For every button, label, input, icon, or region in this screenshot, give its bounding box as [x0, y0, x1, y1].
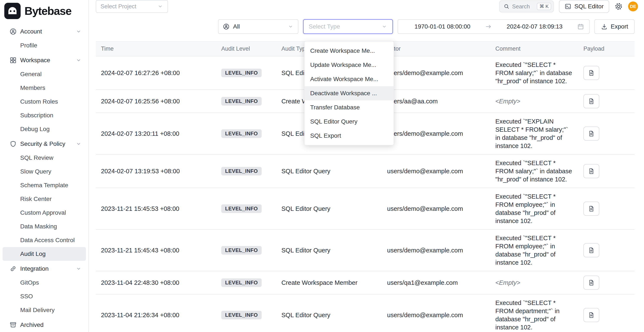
- sidebar-item-profile[interactable]: Profile: [2, 39, 86, 52]
- chevron-down-icon: [76, 266, 82, 272]
- export-label: Export: [611, 23, 628, 30]
- sidebar-item-custom-approval[interactable]: Custom Approval: [2, 206, 86, 220]
- topbar: Select Project Search ⌘ K SQL Editor DE: [89, 0, 644, 13]
- cell-actor: users/demo@example.com: [382, 113, 490, 155]
- workspace-icon: [10, 57, 17, 64]
- brand-logo[interactable]: Bytebase: [0, 0, 88, 22]
- table-row: 2023-11-04 21:26:34 +08:00 LEVEL_INFO SQ…: [96, 294, 634, 332]
- payload-button[interactable]: [584, 202, 599, 216]
- sidebar-section-account[interactable]: Account: [2, 24, 86, 39]
- sidebar-item-data-access-control[interactable]: Data Access Control: [2, 233, 86, 247]
- avatar[interactable]: DE: [628, 1, 638, 11]
- level-badge: LEVEL_INFO: [221, 311, 262, 319]
- sidebar-item-mail-delivery[interactable]: Mail Delivery: [2, 303, 86, 317]
- date-range-picker[interactable]: 1970-01-01 08:00:00 2024-02-07 18:09:13: [398, 19, 590, 34]
- actor-filter-select[interactable]: All: [218, 19, 298, 34]
- column-header-payload: Payload: [578, 41, 634, 56]
- cell-actor: users/demo@example.com: [382, 56, 490, 90]
- actor-filter-value: All: [233, 23, 240, 30]
- cell-audit-level: LEVEL_INFO: [216, 271, 276, 294]
- payload-button[interactable]: [584, 308, 599, 322]
- payload-button[interactable]: [584, 127, 599, 141]
- payload-button[interactable]: [584, 243, 599, 257]
- sql-editor-button[interactable]: SQL Editor: [559, 0, 609, 13]
- dropdown-option-deactivate-workspace[interactable]: Deactivate Workspace ...: [304, 86, 394, 100]
- sidebar-item-gitops[interactable]: GitOps: [2, 276, 86, 290]
- dropdown-option-update-workspace-me[interactable]: Update Workspace Me...: [304, 58, 394, 72]
- cell-actor: users/demo@example.com: [382, 294, 490, 332]
- payload-button[interactable]: [584, 276, 599, 290]
- cell-time: 2024-02-07 13:19:53 +08:00: [96, 155, 216, 188]
- cell-time: 2023-11-04 22:48:30 +08:00: [96, 271, 216, 294]
- cell-actor: users/aa@aa.com: [382, 90, 490, 113]
- cell-comment: <Empty>: [490, 90, 578, 113]
- date-to[interactable]: 2024-02-07 18:09:13: [495, 23, 574, 30]
- cell-actor: users/demo@example.com: [382, 188, 490, 229]
- sidebar: Bytebase Account Profile Workspace Gener…: [0, 0, 89, 332]
- sidebar-item-custom-roles[interactable]: Custom Roles: [2, 95, 86, 109]
- sidebar-item-subscription[interactable]: Subscription: [2, 109, 86, 122]
- cell-audit-level: LEVEL_INFO: [216, 229, 276, 271]
- column-header-time: Time: [96, 41, 216, 56]
- sidebar-item-members[interactable]: Members: [2, 81, 86, 95]
- cell-comment: Executed `"SELECT * FROM salary;"` in da…: [490, 155, 578, 188]
- search-input[interactable]: Search ⌘ K: [499, 0, 554, 12]
- search-shortcut-badge: ⌘ K: [537, 3, 551, 10]
- cell-audit-level: LEVEL_INFO: [216, 90, 276, 113]
- archive-icon: [10, 321, 17, 329]
- project-select[interactable]: Select Project: [96, 0, 168, 13]
- cell-payload: [578, 294, 634, 332]
- settings-button[interactable]: [614, 2, 623, 11]
- dropdown-option-create-workspace-me[interactable]: Create Workspace Me...: [304, 44, 394, 58]
- cell-comment: Executed `"EXPLAIN SELECT * FROM salary;…: [490, 113, 578, 155]
- sql-editor-label: SQL Editor: [574, 3, 604, 10]
- sidebar-section-workspace[interactable]: Workspace: [2, 53, 86, 67]
- cell-actor: users/demo@example.com: [382, 155, 490, 188]
- payload-button[interactable]: [584, 66, 599, 80]
- cell-payload: [578, 271, 634, 294]
- dropdown-option-activate-workspace-me[interactable]: Activate Workspace Me...: [304, 72, 394, 86]
- sidebar-item-slow-query[interactable]: Slow Query: [2, 165, 86, 178]
- sidebar-item-schema-template[interactable]: Schema Template: [2, 178, 86, 192]
- terminal-icon: [564, 3, 572, 10]
- cell-audit-level: LEVEL_INFO: [216, 56, 276, 90]
- file-icon: [588, 130, 595, 137]
- filter-bar: All Select Type 1970-01-01 08:00:00 2024…: [89, 13, 644, 38]
- sidebar-section-integration[interactable]: Integration: [2, 262, 86, 276]
- sidebar-section-security-policy[interactable]: Security & Policy: [2, 137, 86, 151]
- cell-time: 2023-11-21 15:45:53 +08:00: [96, 188, 216, 229]
- dropdown-option-transfer-database[interactable]: Transfer Database: [304, 100, 394, 115]
- type-filter-select[interactable]: Select Type: [303, 19, 393, 34]
- cell-actor: users/demo@example.com: [382, 229, 490, 271]
- calendar-icon: [577, 23, 584, 30]
- table-row: 2024-02-07 13:19:53 +08:00 LEVEL_INFO SQ…: [96, 155, 634, 188]
- level-badge: LEVEL_INFO: [221, 278, 262, 287]
- file-icon: [588, 69, 595, 76]
- table-row: 2023-11-21 15:45:43 +08:00 LEVEL_INFO SQ…: [96, 229, 634, 271]
- cell-payload: [578, 229, 634, 271]
- level-badge: LEVEL_INFO: [221, 129, 262, 138]
- sidebar-item-data-masking[interactable]: Data Masking: [2, 220, 86, 233]
- arrow-right-icon: [485, 23, 492, 30]
- sidebar-item-risk-center[interactable]: Risk Center: [2, 192, 86, 206]
- chevron-down-icon: [157, 3, 163, 9]
- sidebar-item-audit-log[interactable]: Audit Log: [2, 247, 86, 261]
- dropdown-option-sql-editor-query[interactable]: SQL Editor Query: [304, 115, 394, 129]
- table-row: 2023-11-04 22:48:30 +08:00 LEVEL_INFO Cr…: [96, 271, 634, 294]
- sidebar-item-sso[interactable]: SSO: [2, 290, 86, 303]
- level-badge: LEVEL_INFO: [221, 69, 262, 77]
- sidebar-item-general[interactable]: General: [2, 67, 86, 81]
- gear-icon: [614, 2, 623, 11]
- date-from[interactable]: 1970-01-01 08:00:00: [403, 23, 482, 30]
- cell-audit-level: LEVEL_INFO: [216, 113, 276, 155]
- payload-button[interactable]: [584, 94, 599, 108]
- dropdown-option-sql-export[interactable]: SQL Export: [304, 129, 394, 143]
- download-icon: [601, 23, 608, 30]
- sidebar-item-debug-log[interactable]: Debug Log: [2, 122, 86, 136]
- payload-button[interactable]: [584, 164, 599, 178]
- type-filter-dropdown: Create Workspace Me... Update Workspace …: [304, 41, 394, 146]
- export-button[interactable]: Export: [594, 19, 634, 34]
- cell-payload: [578, 155, 634, 188]
- sidebar-item-sql-review[interactable]: SQL Review: [2, 151, 86, 165]
- sidebar-section-archived[interactable]: Archived: [2, 318, 86, 332]
